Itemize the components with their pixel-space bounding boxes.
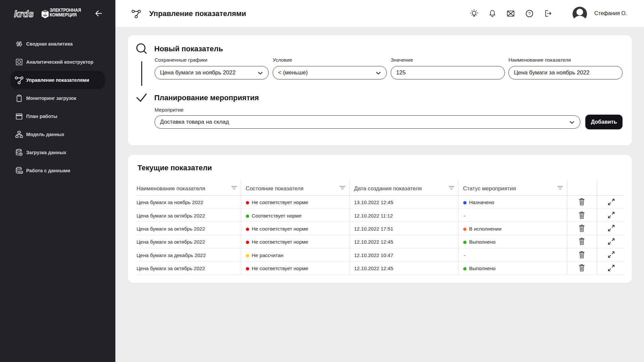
- svg-text:?: ?: [528, 11, 531, 16]
- svg-text:SQL: SQL: [19, 172, 22, 173]
